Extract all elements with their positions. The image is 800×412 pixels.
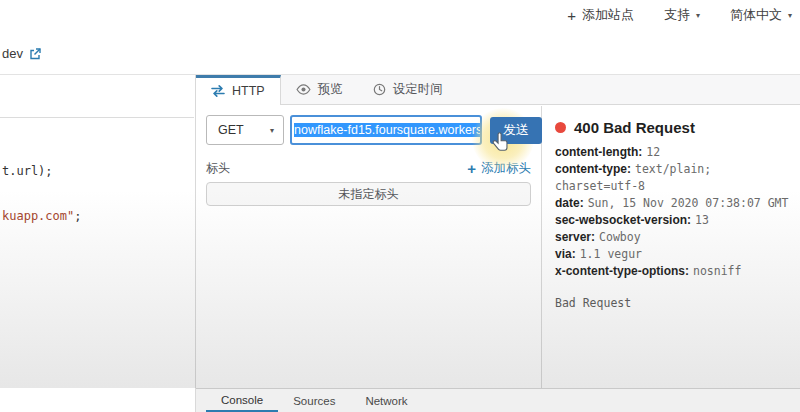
dev-link-label: dev [2, 46, 23, 61]
chevron-down-icon: ▾ [270, 126, 274, 135]
headers-row: 标头 + 添加标头 [206, 160, 531, 177]
tab-http[interactable]: HTTP [196, 75, 281, 104]
language-label: 简体中文 [730, 6, 782, 24]
tab-preview-label: 预览 [318, 81, 343, 98]
method-value: GET [218, 123, 244, 137]
headers-label: 标头 [206, 160, 230, 177]
code-line: kuapp.com"; [2, 209, 194, 224]
response-header-row: x-content-type-options:nosniff [555, 263, 790, 280]
response-header-row: sec-websocket-version:13 [555, 212, 790, 229]
tab-sources[interactable]: Sources [278, 389, 350, 412]
tab-http-label: HTTP [232, 84, 265, 98]
add-header-label: 添加标头 [481, 160, 531, 177]
response-body: Bad Request [555, 296, 790, 310]
chevron-down-icon: ▾ [788, 11, 792, 20]
add-header-button[interactable]: + 添加标头 [467, 160, 531, 177]
devtools-bar: Console Sources Network [196, 388, 800, 412]
method-select[interactable]: GET ▾ [206, 115, 284, 145]
request-row: GET ▾ nowflake-fd15.foursquare.workers.d… [206, 115, 531, 145]
response-pane: 400 Bad Request content-length:12 conten… [541, 106, 800, 388]
response-header-row: content-type:text/plain; charset=utf-8 [555, 161, 790, 195]
workers-dev-link[interactable]: dev [2, 46, 41, 61]
tab-console[interactable]: Console [206, 389, 278, 412]
plus-icon: + [567, 8, 576, 23]
response-header-row: via:1.1 vegur [555, 246, 790, 263]
url-input[interactable]: nowflake-fd15.foursquare.workers.de [290, 115, 482, 145]
support-label: 支持 [664, 6, 690, 24]
no-headers-text: 未指定标头 [339, 186, 399, 203]
response-header-row: server:Cowboy [555, 229, 790, 246]
top-menu: + 添加站点 支持 ▾ 简体中文 ▾ [567, 6, 792, 24]
no-headers-placeholder: 未指定标头 [206, 182, 531, 206]
support-menu[interactable]: 支持 ▾ [664, 6, 700, 24]
response-status: 400 Bad Request [555, 119, 790, 136]
add-site-label: 添加站点 [582, 6, 634, 24]
add-site-button[interactable]: + 添加站点 [567, 6, 634, 24]
tester-tabbar: HTTP 预览 设定时间 [196, 75, 800, 105]
send-button[interactable]: 发送 [490, 117, 542, 144]
app-screen: + 添加站点 支持 ▾ 简体中文 ▾ dev t. [0, 0, 800, 412]
request-pane: GET ▾ nowflake-fd15.foursquare.workers.d… [196, 106, 541, 388]
tab-preview[interactable]: 预览 [281, 75, 358, 104]
top-header: + 添加站点 支持 ▾ 简体中文 ▾ dev [0, 0, 800, 75]
tab-set-time-label: 设定时间 [393, 81, 443, 98]
plus-icon: + [467, 161, 476, 176]
code-line: t.url); [2, 164, 194, 179]
url-selected-text: nowflake-fd15.foursquare.workers. [294, 123, 482, 137]
tab-sources-label: Sources [293, 395, 335, 407]
response-header-row: date:Sun, 15 Nov 2020 07:38:07 GMT [555, 195, 790, 212]
tab-network-label: Network [365, 395, 407, 407]
swap-arrows-icon [211, 85, 225, 97]
tab-set-time[interactable]: 设定时间 [358, 75, 458, 104]
eye-icon [296, 84, 311, 95]
http-tester-panel: HTTP 预览 设定时间 [195, 75, 800, 412]
response-header-row: content-length:12 [555, 144, 790, 161]
status-text: 400 Bad Request [574, 119, 695, 136]
language-menu[interactable]: 简体中文 ▾ [730, 6, 792, 24]
status-dot-icon [555, 122, 566, 133]
tab-console-label: Console [221, 394, 263, 406]
chevron-down-icon: ▾ [696, 11, 700, 20]
clock-icon [373, 83, 386, 96]
tab-network[interactable]: Network [350, 389, 422, 412]
external-link-icon [29, 48, 41, 60]
code-editor[interactable]: t.url); kuapp.com"; event.request); [0, 117, 194, 237]
